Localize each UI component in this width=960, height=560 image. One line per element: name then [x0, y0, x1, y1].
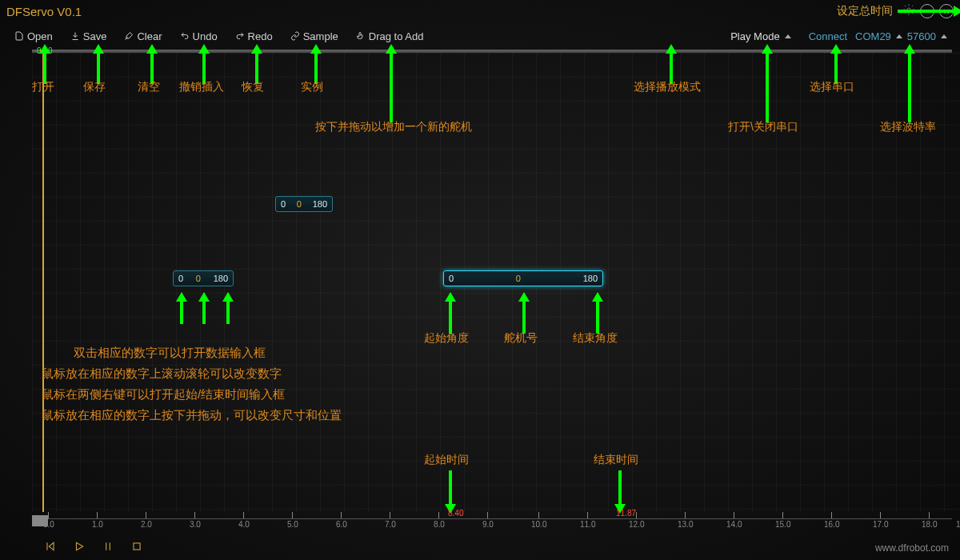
servo-end-angle[interactable]: 180 [578, 274, 602, 283]
caption-port: 选择串口 [810, 80, 854, 94]
tick-label: 15.0 [775, 520, 790, 529]
arrow-mini [176, 292, 187, 324]
svg-rect-6 [134, 543, 140, 550]
com-port-select[interactable]: COM29 [855, 30, 902, 42]
baud-rate-select[interactable]: 57600 [907, 30, 947, 42]
caption-end-angle: 结束角度 [573, 331, 618, 346]
tick-label: 6.0 [336, 520, 347, 529]
footer-link[interactable]: www.dfrobot.com [875, 542, 949, 554]
arrow-baud [904, 44, 915, 122]
tick-label: 18.0 [922, 520, 937, 529]
drag-label: Drag to Add [369, 30, 424, 42]
caption-undo: 撤销插入 [179, 80, 224, 94]
arrow-open [39, 44, 50, 84]
clear-button[interactable]: Clear [118, 29, 168, 44]
title-bar: DFServo V0.1 设定总时间 － ✕ [0, 0, 960, 22]
timeline[interactable]: 0.0 1.0 2.0 3.0 4.0 5.0 6.0 7.0 8.0 9.0 … [32, 512, 952, 528]
arrow-save [93, 44, 104, 84]
tick-label: 17.0 [873, 520, 888, 529]
redo-icon [235, 31, 245, 41]
baud-rate-value: 57600 [907, 30, 936, 42]
arrow-end-time [614, 470, 626, 514]
help-line: 鼠标放在相应的数字上按下并拖动，可以改变尺寸和位置 [42, 405, 342, 426]
link-icon [290, 31, 300, 41]
tick-label: 12.0 [629, 520, 644, 529]
caption-redo: 恢复 [242, 80, 264, 94]
arrow-playmode [666, 44, 677, 84]
arrow-start-time [445, 470, 456, 514]
brush-icon [124, 31, 134, 41]
arrow-servo-id [518, 292, 530, 334]
drag-to-add-button[interactable]: Drag to Add [350, 29, 430, 44]
skip-back-button[interactable] [45, 541, 56, 552]
play-button[interactable] [74, 541, 85, 552]
com-port-value: COM29 [855, 30, 891, 42]
play-mode-select[interactable]: Play Mode [730, 30, 790, 42]
caption-servo-id: 舵机号 [504, 331, 538, 346]
top-ruler[interactable] [32, 50, 952, 53]
save-button[interactable]: Save [64, 29, 114, 44]
redo-button[interactable]: Redo [229, 29, 279, 44]
tick-label: 8.0 [434, 520, 445, 529]
help-line: 双击相应的数字可以打开数据输入框 [42, 342, 342, 363]
servo-start-angle[interactable]: 0 [276, 199, 290, 209]
svg-marker-1 [49, 542, 54, 550]
pause-button[interactable] [102, 541, 114, 552]
arrow-drag [386, 44, 397, 122]
arrow-mini [222, 292, 234, 324]
caption-clear: 清空 [138, 80, 160, 94]
servo-id[interactable]: 0 [458, 274, 578, 283]
open-button[interactable]: Open [8, 29, 59, 44]
timeline-origin-box[interactable] [32, 515, 48, 526]
tick-label: 13.0 [678, 520, 693, 529]
caption-baud: 选择波特率 [880, 120, 936, 134]
arrow-end-angle [592, 292, 603, 334]
tick-label: 4.0 [238, 520, 250, 529]
tick-label: 19 [956, 520, 960, 529]
caption-start-angle: 起始角度 [424, 331, 469, 346]
help-text: 双击相应的数字可以打开数据输入框 鼠标放在相应的数字上滚动滚轮可以改变数字 鼠标… [42, 342, 342, 426]
open-label: Open [27, 30, 53, 42]
caption-connect: 打开\关闭串口 [728, 120, 798, 134]
tick-label: 9.0 [482, 520, 494, 529]
set-total-time-label: 设定总时间 [837, 4, 893, 18]
caption-open: 打开 [32, 80, 54, 94]
servo-end-angle[interactable]: 180 [308, 199, 332, 209]
arrow-redo [251, 44, 262, 84]
playhead-line[interactable] [42, 53, 44, 512]
servo-start-angle[interactable]: 0 [444, 274, 458, 283]
tick-label: 7.0 [385, 520, 396, 529]
servo-block[interactable]: 0 0 180 [173, 270, 234, 286]
stop-button[interactable] [131, 541, 142, 552]
save-label: Save [83, 30, 107, 42]
undo-icon [180, 31, 190, 41]
caret-up-icon [896, 34, 902, 38]
servo-end-angle[interactable]: 180 [209, 274, 233, 283]
caption-save: 保存 [83, 80, 106, 94]
undo-label: Undo [193, 30, 218, 42]
servo-block-selected[interactable]: 0 0 180 [443, 270, 603, 286]
sample-button[interactable]: Sample [284, 29, 345, 44]
servo-id[interactable]: 0 [290, 199, 308, 209]
caption-sample: 实例 [301, 80, 323, 94]
arrow-clear [146, 44, 158, 84]
caption-end-time: 结束时间 [594, 453, 638, 467]
arrow-connect [762, 44, 773, 122]
servo-start-angle[interactable]: 0 [174, 274, 188, 283]
caption-start-time: 起始时间 [424, 453, 469, 467]
app-title: DFServo V0.1 [6, 5, 82, 18]
tick-label: 5.0 [287, 520, 298, 529]
file-icon [14, 31, 24, 41]
help-line: 鼠标在两侧右键可以打开起始/结束时间输入框 [42, 384, 342, 405]
time-marker-a[interactable]: 8.40 [448, 509, 463, 518]
connect-button[interactable]: Connect [809, 30, 847, 42]
caret-up-icon [941, 34, 947, 38]
caret-up-icon [785, 34, 791, 38]
servo-block[interactable]: 0 0 180 [275, 196, 333, 212]
undo-button[interactable]: Undo [174, 29, 224, 44]
tick-label: 14.0 [726, 520, 742, 529]
tick-label: 3.0 [190, 520, 201, 529]
arrow-undo [198, 44, 210, 84]
servo-id[interactable]: 0 [188, 274, 209, 283]
time-marker-b[interactable]: 11.87 [616, 509, 636, 518]
